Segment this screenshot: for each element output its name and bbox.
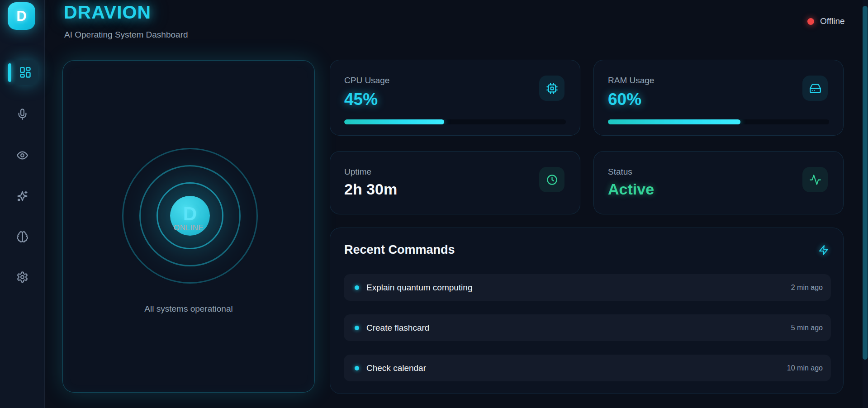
page-subtitle: AI Operating System Dashboard [64, 30, 188, 40]
app-logo[interactable]: D [8, 2, 35, 30]
ram-icon-tile [802, 76, 828, 101]
eye-icon [16, 149, 28, 161]
uptime-icon-tile [539, 167, 564, 192]
command-text: Create flashcard [366, 323, 791, 333]
sidebar: D [0, 0, 45, 408]
command-text: Check calendar [366, 363, 787, 373]
command-text: Explain quantum computing [366, 283, 791, 293]
page-title: DRAVION [64, 2, 151, 23]
sidebar-item-memory[interactable] [16, 231, 28, 243]
uptime-label: Uptime [344, 167, 371, 177]
ram-progress-track [608, 119, 829, 124]
cpu-usage-card: CPU Usage 45% [330, 60, 580, 136]
clock-icon [546, 174, 558, 186]
system-radar-panel: D ONLINE All systems operational [62, 60, 315, 393]
cpu-progress-track [344, 119, 566, 124]
ram-usage-label: RAM Usage [608, 76, 654, 85]
sidebar-item-dashboard[interactable] [13, 60, 38, 85]
cpu-chip-icon [546, 82, 558, 95]
status-value: Active [608, 180, 654, 198]
sparkles-icon [16, 190, 28, 202]
dashboard-root: D [0, 0, 868, 408]
command-list-item[interactable]: Create flashcard 5 min ago [344, 314, 831, 341]
system-status-message: All systems operational [63, 304, 314, 314]
ram-usage-card: RAM Usage 60% [593, 60, 844, 136]
activity-icon [809, 174, 821, 186]
status-label: Status [608, 167, 632, 177]
scrollbar-track [863, 0, 868, 408]
status-icon-tile [802, 167, 828, 192]
ram-progress-fill [608, 119, 740, 124]
cpu-usage-value: 45% [344, 90, 378, 109]
active-nav-indicator [8, 63, 11, 82]
sidebar-item-vision[interactable] [16, 149, 28, 161]
zap-icon[interactable] [818, 245, 829, 256]
cpu-icon-tile [539, 76, 564, 101]
command-bullet-dot [355, 326, 359, 330]
command-timestamp: 2 min ago [791, 284, 823, 292]
recent-commands-title: Recent Commands [344, 243, 455, 257]
sidebar-item-voice[interactable] [16, 108, 28, 120]
ram-usage-value: 60% [608, 90, 641, 109]
cpu-usage-label: CPU Usage [344, 76, 389, 85]
app-logo-letter: D [16, 8, 26, 24]
cpu-progress-fill [344, 119, 444, 124]
sidebar-item-ai[interactable] [16, 190, 28, 202]
uptime-value: 2h 30m [344, 180, 397, 198]
sidebar-item-settings[interactable] [16, 271, 28, 283]
scrollbar-thumb[interactable] [863, 6, 868, 360]
connection-status: Offline [807, 16, 845, 26]
command-bullet-dot [355, 366, 359, 370]
recent-commands-card: Recent Commands Explain quantum computin… [330, 228, 844, 394]
command-timestamp: 5 min ago [791, 324, 823, 332]
connection-status-label: Offline [820, 16, 845, 26]
brain-icon [16, 231, 28, 243]
microphone-icon [16, 108, 28, 120]
command-list-item[interactable]: Explain quantum computing 2 min ago [344, 274, 831, 301]
offline-status-dot [807, 18, 814, 25]
status-card: Status Active [593, 151, 844, 214]
command-timestamp: 10 min ago [787, 364, 823, 372]
radar-core-letter: D [183, 203, 197, 225]
layout-dashboard-icon [19, 66, 32, 79]
command-list-item[interactable]: Check calendar 10 min ago [344, 355, 831, 381]
uptime-card: Uptime 2h 30m [330, 151, 580, 214]
command-bullet-dot [355, 285, 359, 290]
radar-online-label: ONLINE [63, 223, 314, 232]
hard-drive-icon [809, 82, 821, 95]
gear-icon [16, 271, 28, 283]
